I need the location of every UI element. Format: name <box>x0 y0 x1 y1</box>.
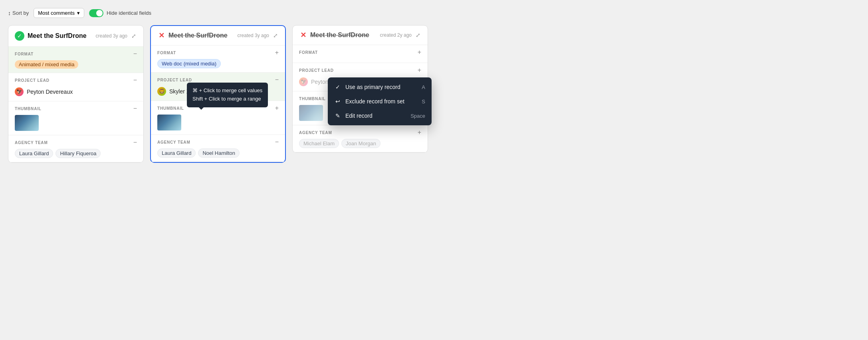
menu-shortcut-edit: Space <box>410 113 425 119</box>
thumbnail-label-normal: THUMBNAIL <box>299 97 326 101</box>
avatar-peyton-normal: 🦅 <box>299 77 308 86</box>
section-header-lead-selected: PROJECT LEAD − <box>157 77 279 83</box>
card-primary: ✓ Meet the SurfDrone created 3y ago ⤢ FO… <box>8 25 144 163</box>
section-format-selected: FORMAT + Web doc (mixed media) <box>151 45 285 73</box>
agency-label-selected: AGENCY TEAM <box>157 140 190 144</box>
expand-icon-selected[interactable]: ⤢ <box>272 32 279 40</box>
toolbar: ↕ Sort by Most comments ▾ Hide identical… <box>8 8 860 18</box>
plus-icon-lead-normal[interactable]: + <box>418 67 421 73</box>
section-header-thumbnail-primary: THUMBNAIL − <box>15 105 137 112</box>
edit-icon-menu: ✎ <box>334 113 341 119</box>
minus-icon-thumbnail-primary[interactable]: − <box>133 105 137 112</box>
section-thumbnail-primary: THUMBNAIL − <box>8 101 143 135</box>
section-header-format-primary: FORMAT − <box>15 51 137 57</box>
check-icon-menu: ✓ <box>334 84 341 90</box>
agency-tag-noel-selected[interactable]: Noel Hamilton <box>198 148 240 158</box>
section-header-agency-normal: AGENCY TEAM + <box>299 129 421 136</box>
sort-icon: ↕ <box>8 10 11 16</box>
menu-item-exclude[interactable]: ↩ Exclude record from set S <box>328 94 432 109</box>
menu-item-primary-record[interactable]: ✓ Use as primary record A <box>328 80 432 94</box>
menu-label-exclude: Exclude record from set <box>345 98 418 105</box>
minus-icon-agency-primary[interactable]: − <box>133 139 137 146</box>
card-normal: ✕ Meet the SurfDrone created 2y ago ⤢ FO… <box>292 25 428 153</box>
thumbnail-label-selected: THUMBNAIL <box>157 106 184 111</box>
agency-tags-primary: Laura Gillard Hillary Fiqueroa <box>15 149 137 158</box>
section-format-primary: FORMAT − Animated / mixed media <box>8 47 143 73</box>
cards-container: ✓ Meet the SurfDrone created 3y ago ⤢ FO… <box>8 25 860 163</box>
card-meta-normal: created 2y ago <box>380 32 412 38</box>
thumbnail-image-selected[interactable] <box>157 115 181 130</box>
agency-tag-michael-normal[interactable]: Michael Elam <box>299 139 339 148</box>
toggle-wrap: Hide identical fields <box>89 9 151 17</box>
minus-icon-lead-selected[interactable]: − <box>275 77 279 83</box>
format-tag-selected[interactable]: Web doc (mixed media) <box>157 59 279 68</box>
section-lead-primary: PROJECT LEAD − 🦅 Peyton Devereaux <box>8 73 143 101</box>
exclude-icon-menu: ↩ <box>334 98 341 105</box>
minus-icon-format-primary[interactable]: − <box>133 51 137 57</box>
agency-label-primary: AGENCY TEAM <box>15 140 48 145</box>
minus-icon-lead-primary[interactable]: − <box>133 77 137 83</box>
section-thumbnail-selected: THUMBNAIL + ⌘ + Click to merge cell valu… <box>151 101 285 135</box>
thumbnail-image-primary[interactable] <box>15 115 39 131</box>
agency-tag-hillary-primary[interactable]: Hillary Fiqueroa <box>55 149 101 158</box>
card-meta-selected: created 3y ago <box>238 33 269 38</box>
card-title-normal: Meet the SurfDrone <box>310 32 377 39</box>
sort-option-label: Most comments <box>38 10 75 16</box>
plus-icon-agency-normal[interactable]: + <box>418 129 421 136</box>
section-header-agency-primary: AGENCY TEAM − <box>15 139 137 146</box>
tooltip-line1: ⌘ + Click to merge cell values <box>192 87 262 95</box>
menu-shortcut-exclude: S <box>422 99 425 105</box>
webdoc-tag[interactable]: Web doc (mixed media) <box>157 59 221 68</box>
agency-tags-selected: Laura Gillard Noel Hamilton <box>157 148 279 158</box>
card-selected: ✕ Meet the SurfDrone created 3y ago ⤢ FO… <box>150 25 286 163</box>
toggle-label: Hide identical fields <box>107 10 151 16</box>
format-label-normal: FORMAT <box>299 50 318 55</box>
section-header-lead-normal: PROJECT LEAD + <box>299 67 421 73</box>
person-row-primary: 🦅 Peyton Devereaux <box>15 87 137 97</box>
section-format-normal: FORMAT + <box>293 45 428 63</box>
section-header-agency-selected: AGENCY TEAM − <box>157 139 279 145</box>
avatar-skyler: 🦁 <box>157 87 166 96</box>
lead-label-selected: PROJECT LEAD <box>157 78 192 82</box>
menu-item-edit[interactable]: ✎ Edit record Space <box>328 109 432 123</box>
sort-label: ↕ Sort by <box>8 10 29 16</box>
close-icon-selected[interactable]: ✕ <box>157 32 165 40</box>
person-name-primary: Peyton Devereaux <box>27 89 73 95</box>
chevron-down-icon: ▾ <box>77 10 80 16</box>
check-circle-icon: ✓ <box>15 31 24 41</box>
minus-icon-agency-selected[interactable]: − <box>275 139 279 145</box>
expand-icon-normal[interactable]: ⤢ <box>415 31 421 39</box>
tooltip-line2: Shift + Click to merge a range <box>192 95 262 103</box>
format-tag-primary[interactable]: Animated / mixed media <box>15 60 137 69</box>
expand-icon-primary[interactable]: ⤢ <box>131 32 137 40</box>
hide-identical-toggle[interactable] <box>89 9 103 17</box>
card-header-normal: ✕ Meet the SurfDrone created 2y ago ⤢ <box>293 26 428 45</box>
section-header-lead-primary: PROJECT LEAD − <box>15 77 137 83</box>
plus-icon-format-normal[interactable]: + <box>418 49 421 55</box>
close-icon-normal[interactable]: ✕ <box>299 31 307 39</box>
animated-tag[interactable]: Animated / mixed media <box>15 60 78 69</box>
agency-tags-normal: Michael Elam Joan Morgan <box>299 139 421 148</box>
avatar-peyton-primary: 🦅 <box>15 87 24 96</box>
plus-icon-thumbnail-selected[interactable]: + <box>275 105 279 111</box>
context-menu: ✓ Use as primary record A ↩ Exclude reco… <box>328 77 432 125</box>
section-agency-selected: AGENCY TEAM − Laura Gillard Noel Hamilto… <box>151 135 285 162</box>
section-header-format-selected: FORMAT + <box>157 49 279 56</box>
sort-dropdown[interactable]: Most comments ▾ <box>34 8 84 18</box>
agency-label-normal: AGENCY TEAM <box>299 130 332 135</box>
card-header-primary: ✓ Meet the SurfDrone created 3y ago ⤢ <box>8 26 143 47</box>
section-agency-primary: AGENCY TEAM − Laura Gillard Hillary Fiqu… <box>8 135 143 162</box>
menu-label-edit: Edit record <box>345 113 406 119</box>
section-header-format-normal: FORMAT + <box>299 49 421 55</box>
lead-label-normal: PROJECT LEAD <box>299 68 334 73</box>
agency-tag-joan-normal[interactable]: Joan Morgan <box>341 139 380 148</box>
thumbnail-image-normal[interactable] <box>299 105 323 121</box>
agency-tag-laura-selected[interactable]: Laura Gillard <box>157 148 196 158</box>
agency-tag-laura-primary[interactable]: Laura Gillard <box>15 149 53 158</box>
lead-label-primary: PROJECT LEAD <box>15 78 50 83</box>
format-label-primary: FORMAT <box>15 52 34 56</box>
merge-tooltip: ⌘ + Click to merge cell values Shift + C… <box>187 83 268 107</box>
section-agency-normal: AGENCY TEAM + Michael Elam Joan Morgan <box>293 125 428 152</box>
card-title-primary: Meet the SurfDrone <box>28 32 93 40</box>
plus-icon-format-selected[interactable]: + <box>275 49 279 56</box>
